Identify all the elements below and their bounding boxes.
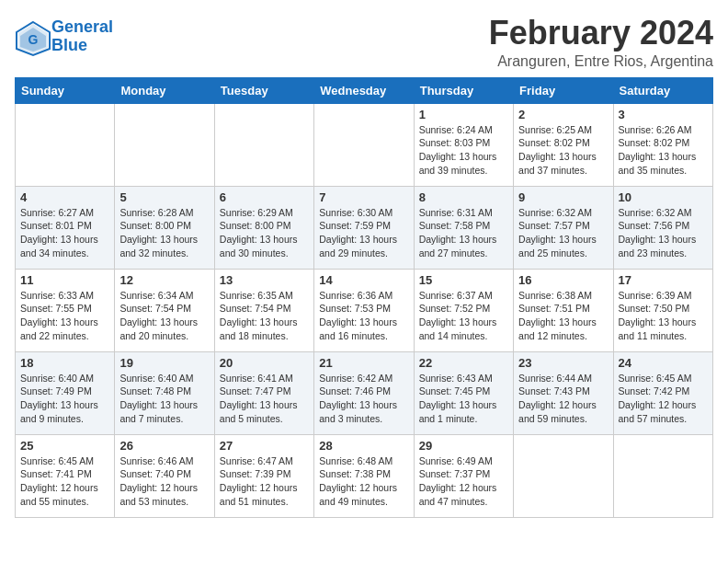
calendar-day-cell: 2Sunrise: 6:25 AMSunset: 8:02 PMDaylight… — [514, 103, 613, 186]
day-number: 22 — [419, 356, 508, 370]
day-info: Sunrise: 6:38 AMSunset: 7:51 PMDaylight:… — [518, 289, 608, 343]
calendar-day-cell — [613, 434, 712, 517]
calendar-day-cell: 26Sunrise: 6:46 AMSunset: 7:40 PMDayligh… — [115, 434, 214, 517]
day-number: 29 — [419, 439, 508, 453]
day-number: 10 — [619, 190, 708, 204]
calendar-day-cell — [16, 103, 115, 186]
day-number: 5 — [119, 190, 209, 204]
svg-text:G: G — [28, 32, 39, 47]
calendar-day-cell — [314, 103, 414, 186]
day-number: 12 — [119, 273, 209, 287]
day-info: Sunrise: 6:41 AMSunset: 7:47 PMDaylight:… — [220, 372, 309, 426]
day-info: Sunrise: 6:33 AMSunset: 7:55 PMDaylight:… — [20, 289, 109, 343]
day-number: 20 — [220, 356, 309, 370]
day-number: 21 — [319, 356, 408, 370]
day-number: 25 — [20, 439, 109, 453]
day-info: Sunrise: 6:45 AMSunset: 7:42 PMDaylight:… — [619, 372, 708, 426]
logo: G General Blue — [15, 18, 113, 55]
calendar-day-cell: 20Sunrise: 6:41 AMSunset: 7:47 PMDayligh… — [214, 351, 313, 434]
day-number: 16 — [518, 273, 608, 287]
calendar-day-cell: 3Sunrise: 6:26 AMSunset: 8:02 PMDaylight… — [613, 103, 712, 186]
calendar-day-cell: 15Sunrise: 6:37 AMSunset: 7:52 PMDayligh… — [414, 269, 513, 351]
calendar-day-cell — [115, 103, 214, 186]
logo-icon: G — [15, 20, 48, 53]
day-number: 26 — [119, 439, 209, 453]
calendar-day-cell: 10Sunrise: 6:32 AMSunset: 7:56 PMDayligh… — [613, 186, 712, 269]
day-of-week-header: Saturday — [613, 77, 712, 103]
day-info: Sunrise: 6:28 AMSunset: 8:00 PMDaylight:… — [119, 206, 209, 260]
logo-line1: General — [51, 17, 113, 36]
calendar-day-cell: 1Sunrise: 6:24 AMSunset: 8:03 PMDaylight… — [414, 103, 513, 186]
day-info: Sunrise: 6:29 AMSunset: 8:00 PMDaylight:… — [220, 206, 309, 260]
day-of-week-header: Sunday — [16, 77, 115, 103]
calendar-week-row: 11Sunrise: 6:33 AMSunset: 7:55 PMDayligh… — [16, 269, 713, 351]
day-of-week-header: Thursday — [414, 77, 513, 103]
calendar-day-cell: 27Sunrise: 6:47 AMSunset: 7:39 PMDayligh… — [214, 434, 313, 517]
calendar-day-cell: 7Sunrise: 6:30 AMSunset: 7:59 PMDaylight… — [314, 186, 414, 269]
day-info: Sunrise: 6:43 AMSunset: 7:45 PMDaylight:… — [419, 372, 508, 426]
day-number: 9 — [518, 190, 608, 204]
calendar-day-cell: 21Sunrise: 6:42 AMSunset: 7:46 PMDayligh… — [314, 351, 414, 434]
day-number: 8 — [419, 190, 508, 204]
calendar-day-cell: 11Sunrise: 6:33 AMSunset: 7:55 PMDayligh… — [16, 269, 115, 351]
calendar-week-row: 25Sunrise: 6:45 AMSunset: 7:41 PMDayligh… — [16, 434, 713, 517]
day-of-week-header: Monday — [115, 77, 214, 103]
calendar-day-cell: 12Sunrise: 6:34 AMSunset: 7:54 PMDayligh… — [115, 269, 214, 351]
day-info: Sunrise: 6:26 AMSunset: 8:02 PMDaylight:… — [619, 123, 708, 178]
day-info: Sunrise: 6:36 AMSunset: 7:53 PMDaylight:… — [319, 289, 408, 343]
day-number: 28 — [319, 439, 408, 453]
day-info: Sunrise: 6:34 AMSunset: 7:54 PMDaylight:… — [119, 289, 209, 343]
day-info: Sunrise: 6:40 AMSunset: 7:49 PMDaylight:… — [20, 372, 109, 426]
calendar-week-row: 1Sunrise: 6:24 AMSunset: 8:03 PMDaylight… — [16, 103, 713, 186]
calendar-day-cell: 13Sunrise: 6:35 AMSunset: 7:54 PMDayligh… — [214, 269, 313, 351]
day-number: 4 — [20, 190, 109, 204]
calendar-week-row: 18Sunrise: 6:40 AMSunset: 7:49 PMDayligh… — [16, 351, 713, 434]
calendar-week-row: 4Sunrise: 6:27 AMSunset: 8:01 PMDaylight… — [16, 186, 713, 269]
day-info: Sunrise: 6:32 AMSunset: 7:57 PMDaylight:… — [518, 206, 608, 260]
day-info: Sunrise: 6:24 AMSunset: 8:03 PMDaylight:… — [419, 123, 508, 178]
day-number: 1 — [419, 108, 508, 121]
day-number: 11 — [20, 273, 109, 287]
day-info: Sunrise: 6:27 AMSunset: 8:01 PMDaylight:… — [20, 206, 109, 260]
day-info: Sunrise: 6:40 AMSunset: 7:48 PMDaylight:… — [119, 372, 209, 426]
day-number: 6 — [220, 190, 309, 204]
day-info: Sunrise: 6:48 AMSunset: 7:38 PMDaylight:… — [319, 454, 408, 509]
calendar-day-cell: 8Sunrise: 6:31 AMSunset: 7:58 PMDaylight… — [414, 186, 513, 269]
calendar-day-cell: 9Sunrise: 6:32 AMSunset: 7:57 PMDaylight… — [514, 186, 613, 269]
calendar-day-cell — [514, 434, 613, 517]
logo-text: General Blue — [51, 18, 113, 55]
calendar-day-cell: 23Sunrise: 6:44 AMSunset: 7:43 PMDayligh… — [514, 351, 613, 434]
day-number: 18 — [20, 356, 109, 370]
day-number: 14 — [319, 273, 408, 287]
month-title: February 2024 — [489, 15, 713, 52]
day-info: Sunrise: 6:30 AMSunset: 7:59 PMDaylight:… — [319, 206, 408, 260]
calendar-day-cell: 18Sunrise: 6:40 AMSunset: 7:49 PMDayligh… — [16, 351, 115, 434]
day-number: 3 — [619, 108, 708, 121]
calendar-day-cell: 29Sunrise: 6:49 AMSunset: 7:37 PMDayligh… — [414, 434, 513, 517]
calendar-day-cell — [214, 103, 313, 186]
calendar-day-cell: 22Sunrise: 6:43 AMSunset: 7:45 PMDayligh… — [414, 351, 513, 434]
day-info: Sunrise: 6:49 AMSunset: 7:37 PMDaylight:… — [419, 454, 508, 509]
logo-line2: Blue — [51, 36, 87, 54]
calendar-day-cell: 17Sunrise: 6:39 AMSunset: 7:50 PMDayligh… — [613, 269, 712, 351]
calendar-day-cell: 19Sunrise: 6:40 AMSunset: 7:48 PMDayligh… — [115, 351, 214, 434]
day-info: Sunrise: 6:45 AMSunset: 7:41 PMDaylight:… — [20, 454, 109, 509]
calendar-day-cell: 6Sunrise: 6:29 AMSunset: 8:00 PMDaylight… — [214, 186, 313, 269]
day-number: 15 — [419, 273, 508, 287]
day-info: Sunrise: 6:31 AMSunset: 7:58 PMDaylight:… — [419, 206, 508, 260]
day-number: 7 — [319, 190, 408, 204]
calendar-header-row: SundayMondayTuesdayWednesdayThursdayFrid… — [16, 77, 713, 103]
calendar-body: 1Sunrise: 6:24 AMSunset: 8:03 PMDaylight… — [16, 103, 713, 517]
day-info: Sunrise: 6:35 AMSunset: 7:54 PMDaylight:… — [220, 289, 309, 343]
day-of-week-header: Friday — [514, 77, 613, 103]
day-info: Sunrise: 6:46 AMSunset: 7:40 PMDaylight:… — [119, 454, 209, 509]
calendar-day-cell: 28Sunrise: 6:48 AMSunset: 7:38 PMDayligh… — [314, 434, 414, 517]
day-number: 23 — [518, 356, 608, 370]
location-title: Aranguren, Entre Rios, Argentina — [489, 53, 713, 70]
day-info: Sunrise: 6:25 AMSunset: 8:02 PMDaylight:… — [518, 123, 608, 178]
calendar-day-cell: 24Sunrise: 6:45 AMSunset: 7:42 PMDayligh… — [613, 351, 712, 434]
day-number: 27 — [220, 439, 309, 453]
day-info: Sunrise: 6:39 AMSunset: 7:50 PMDaylight:… — [619, 289, 708, 343]
day-of-week-header: Wednesday — [314, 77, 414, 103]
day-info: Sunrise: 6:42 AMSunset: 7:46 PMDaylight:… — [319, 372, 408, 426]
